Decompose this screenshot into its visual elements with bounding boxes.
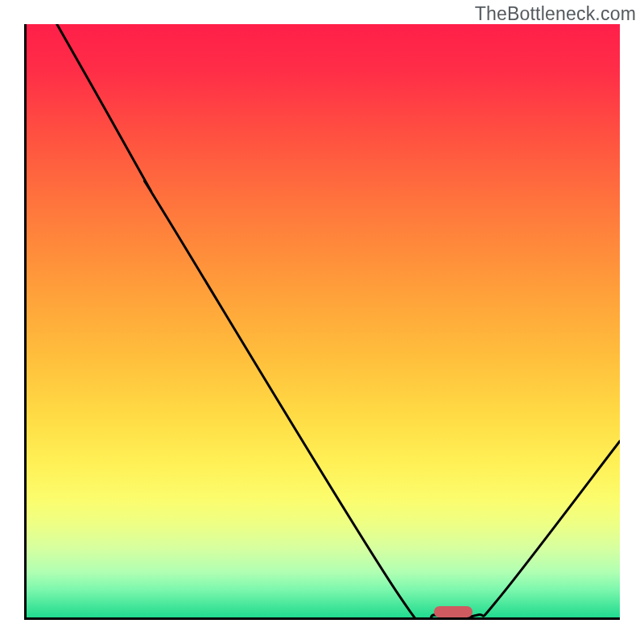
chart-container: TheBottleneck.com bbox=[0, 0, 644, 644]
plot-area bbox=[24, 24, 620, 620]
bottleneck-curve bbox=[24, 24, 620, 620]
optimal-point-marker bbox=[434, 606, 473, 617]
watermark-text: TheBottleneck.com bbox=[475, 3, 636, 25]
